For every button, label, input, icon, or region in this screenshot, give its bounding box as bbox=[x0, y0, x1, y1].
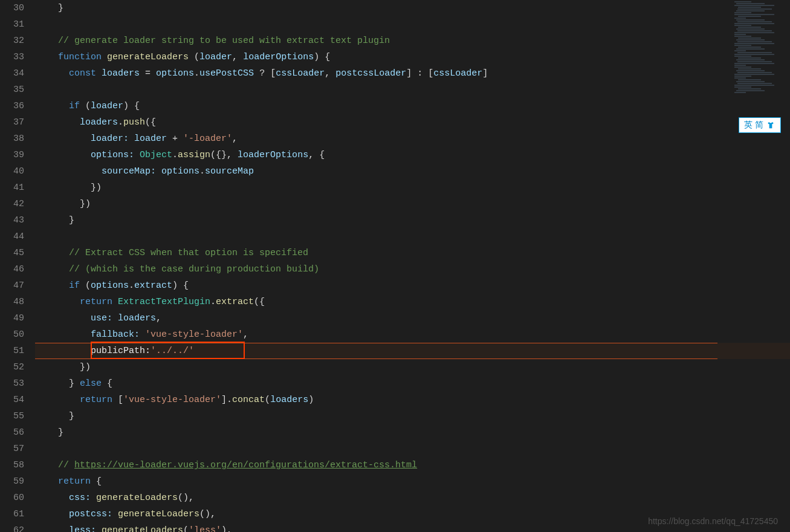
code-token bbox=[140, 329, 145, 340]
code-line[interactable] bbox=[35, 441, 790, 457]
line-number: 47 bbox=[0, 277, 24, 294]
code-line[interactable]: loaders.push({ bbox=[35, 114, 790, 131]
code-token: . bbox=[129, 281, 134, 291]
code-line[interactable]: // https://vue-loader.vuejs.org/en/confi… bbox=[35, 457, 790, 473]
code-token: cssLoader bbox=[433, 68, 482, 79]
line-number: 44 bbox=[0, 229, 24, 245]
code-line[interactable]: if (loader) { bbox=[35, 98, 790, 114]
code-token bbox=[47, 525, 69, 532]
code-line[interactable]: }) bbox=[35, 359, 790, 375]
code-line[interactable]: function generateLoaders (loader, loader… bbox=[35, 49, 790, 65]
code-token: // generate loader string to be used wit… bbox=[58, 36, 390, 46]
code-line[interactable]: css: generateLoaders(), bbox=[35, 490, 790, 506]
code-line[interactable]: if (options.extract) { bbox=[35, 277, 790, 294]
code-line[interactable]: return { bbox=[35, 473, 790, 490]
code-editor[interactable]: 3031323334353637383940414243444546474849… bbox=[0, 0, 790, 532]
code-token: ? [ bbox=[254, 68, 276, 79]
code-line[interactable]: } bbox=[35, 424, 790, 441]
code-token: sourceMap: bbox=[102, 166, 156, 177]
line-number: 58 bbox=[0, 457, 24, 473]
code-token: ] : [ bbox=[406, 68, 433, 79]
code-line[interactable]: loader: loader + '-loader', bbox=[35, 131, 790, 147]
ime-language-badge[interactable]: 英 简 bbox=[739, 117, 781, 133]
code-line[interactable]: use: loaders, bbox=[35, 310, 790, 326]
code-line[interactable]: // (which is the case during production … bbox=[35, 261, 790, 277]
line-number: 61 bbox=[0, 506, 24, 522]
code-token: . bbox=[194, 68, 199, 79]
code-line[interactable]: } bbox=[35, 0, 790, 16]
code-token bbox=[47, 346, 91, 356]
code-token: , bbox=[232, 134, 238, 144]
code-token bbox=[47, 134, 91, 144]
code-token: } bbox=[47, 378, 80, 389]
code-token: . bbox=[210, 297, 216, 307]
line-number: 55 bbox=[0, 408, 24, 424]
minimap[interactable] bbox=[731, 1, 789, 110]
code-token: ]. bbox=[221, 395, 232, 405]
code-token: publicPath: bbox=[91, 346, 151, 356]
code-line[interactable]: fallback: 'vue-style-loader', bbox=[35, 326, 790, 343]
code-token: postcss: bbox=[69, 509, 112, 519]
code-token: ( bbox=[189, 52, 199, 62]
code-line[interactable] bbox=[35, 16, 790, 33]
code-line[interactable]: } bbox=[35, 212, 790, 229]
code-token: ExtractTextPlugin bbox=[118, 297, 210, 307]
code-line[interactable]: // Extract CSS when that option is speci… bbox=[35, 245, 790, 261]
code-token: loader bbox=[134, 134, 167, 144]
code-content-area[interactable]: } // generate loader string to be used w… bbox=[35, 0, 790, 532]
code-token bbox=[47, 329, 91, 340]
line-number-gutter: 3031323334353637383940414243444546474849… bbox=[0, 0, 35, 532]
code-line[interactable]: // generate loader string to be used wit… bbox=[35, 33, 790, 49]
code-token: options bbox=[156, 68, 194, 79]
code-line[interactable]: options: Object.assign({}, loaderOptions… bbox=[35, 147, 790, 163]
code-token: [ bbox=[112, 395, 123, 405]
code-token: ) bbox=[308, 395, 314, 405]
code-token: ( bbox=[265, 395, 270, 405]
code-line[interactable]: }) bbox=[35, 196, 790, 212]
code-token: // Extract CSS when that option is speci… bbox=[69, 248, 308, 258]
code-token: cssLoader bbox=[276, 68, 325, 79]
code-token bbox=[112, 509, 118, 519]
line-number: 56 bbox=[0, 424, 24, 441]
code-token: loaderOptions bbox=[243, 52, 314, 62]
code-token: . bbox=[199, 166, 205, 177]
code-line[interactable]: const loaders = options.usePostCSS ? [cs… bbox=[35, 65, 790, 82]
code-token bbox=[47, 509, 69, 519]
code-token: const bbox=[69, 68, 96, 79]
code-token bbox=[129, 134, 134, 144]
code-token: ( bbox=[80, 101, 91, 111]
code-token: }) bbox=[47, 362, 91, 372]
code-token: return bbox=[80, 395, 112, 405]
code-token: loaders bbox=[80, 117, 118, 128]
code-token: , bbox=[232, 52, 243, 62]
line-number: 34 bbox=[0, 65, 24, 82]
code-token bbox=[47, 460, 58, 470]
code-token bbox=[156, 166, 161, 177]
code-line[interactable]: return ExtractTextPlugin.extract({ bbox=[35, 294, 790, 310]
line-number: 51 bbox=[0, 343, 24, 359]
code-token: extract bbox=[216, 297, 254, 307]
code-token: return bbox=[80, 297, 112, 307]
code-token bbox=[91, 493, 96, 503]
code-line[interactable] bbox=[35, 229, 790, 245]
line-number: 54 bbox=[0, 392, 24, 408]
code-token: = bbox=[140, 68, 156, 79]
code-token: loader bbox=[199, 52, 232, 62]
code-line[interactable]: }) bbox=[35, 180, 790, 196]
code-token bbox=[47, 36, 58, 46]
code-line[interactable]: return ['vue-style-loader'].concat(loade… bbox=[35, 392, 790, 408]
code-token: { bbox=[91, 476, 102, 487]
code-token: ( bbox=[183, 525, 189, 532]
line-number: 62 bbox=[0, 522, 24, 532]
code-line[interactable]: } bbox=[35, 408, 790, 424]
line-number: 37 bbox=[0, 114, 24, 131]
code-token bbox=[47, 52, 58, 62]
code-line[interactable] bbox=[35, 82, 790, 98]
code-line[interactable]: } else { bbox=[35, 375, 790, 392]
code-token bbox=[134, 150, 140, 160]
code-token: , bbox=[243, 329, 248, 340]
code-line[interactable]: sourceMap: options.sourceMap bbox=[35, 163, 790, 180]
code-token: 'vue-style-loader' bbox=[145, 329, 243, 340]
code-line[interactable]: publicPath:'../../' bbox=[35, 343, 790, 359]
code-token: ), bbox=[221, 525, 232, 532]
